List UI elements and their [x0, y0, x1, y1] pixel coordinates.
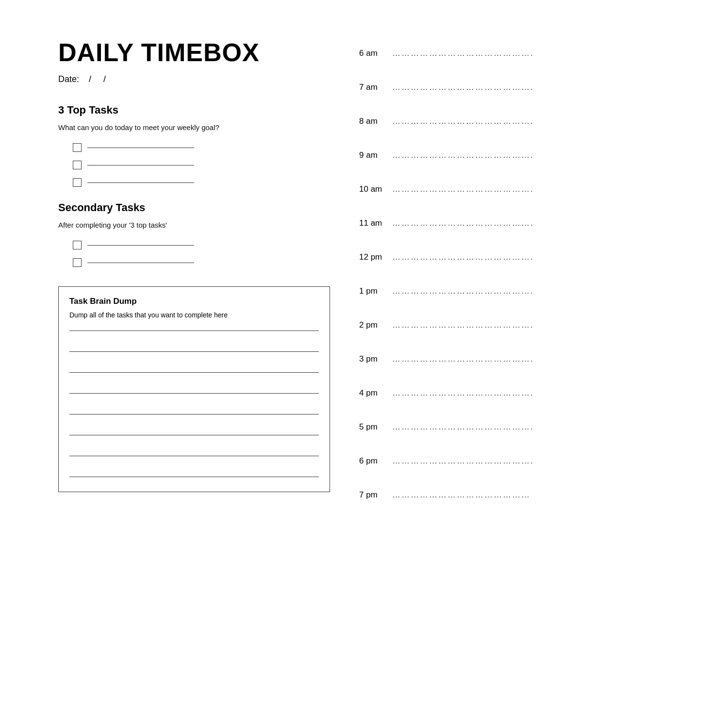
time-label-3: 9 am	[359, 150, 392, 160]
time-dots-2: ……………………………………….	[392, 116, 689, 126]
time-dots-5: ……………………………………….	[392, 218, 689, 228]
checkbox-2[interactable]	[73, 161, 82, 169]
time-dots-6: ……………………………………….	[392, 252, 689, 262]
time-label-13: 7 pm	[359, 490, 392, 500]
secondary-task-item-1	[73, 241, 330, 249]
time-label-1: 7 am	[359, 83, 392, 92]
time-dots-8: ……………………………………….	[392, 320, 689, 330]
time-slots-list: 6 am……………………………………….7 am……………………………………….…	[359, 49, 689, 524]
date-label: Date:	[58, 74, 79, 84]
time-label-8: 2 pm	[359, 320, 392, 330]
time-slot-12-pm: 12 pm……………………………………….	[359, 252, 689, 262]
time-slot-4-pm: 4 pm……………………………………….	[359, 388, 689, 398]
task-line-3	[87, 182, 194, 183]
right-column: 6 am……………………………………….7 am……………………………………….…	[359, 39, 689, 524]
top-task-item-1	[73, 143, 330, 152]
time-label-12: 6 pm	[359, 456, 392, 466]
time-label-9: 3 pm	[359, 354, 392, 364]
time-label-6: 12 pm	[359, 252, 392, 262]
checkbox-1[interactable]	[73, 143, 82, 152]
page-container: DAILY TIMEBOX Date: / / 3 Top Tasks What…	[58, 39, 689, 524]
time-slot-7-am: 7 am……………………………………….	[359, 83, 689, 92]
secondary-checkbox-1[interactable]	[73, 241, 82, 249]
secondary-task-line-2	[87, 263, 194, 263]
time-label-4: 10 am	[359, 184, 392, 194]
time-slot-6-pm: 6 pm……………………………………….	[359, 456, 689, 466]
time-dots-13: ………………………………………	[392, 490, 689, 500]
time-slot-6-am: 6 am……………………………………….	[359, 49, 689, 58]
time-dots-12: ……………………………………….	[392, 456, 689, 466]
time-label-2: 8 am	[359, 116, 392, 126]
time-dots-4: ……………………………………….	[392, 184, 689, 194]
top-task-item-2	[73, 161, 330, 169]
brain-dump-line-4	[69, 393, 319, 394]
top-tasks-subtitle: What can you do today to meet your weekl…	[58, 123, 330, 132]
brain-dump-title: Task Brain Dump	[69, 297, 319, 306]
secondary-tasks-subtitle: After completing your '3 top tasks'	[58, 221, 330, 229]
time-slot-1-pm: 1 pm……………………………………….	[359, 286, 689, 296]
time-slot-9-am: 9 am……………………………………….	[359, 150, 689, 160]
date-slash1: /	[89, 74, 91, 84]
secondary-tasks-section: Secondary Tasks After completing your '3…	[58, 201, 330, 267]
secondary-tasks-title: Secondary Tasks	[58, 201, 330, 214]
left-column: DAILY TIMEBOX Date: / / 3 Top Tasks What…	[58, 39, 330, 524]
task-line-2	[87, 165, 194, 165]
secondary-checkbox-2[interactable]	[73, 258, 82, 267]
top-task-item-3	[73, 178, 330, 187]
page-title: DAILY TIMEBOX	[58, 39, 330, 66]
time-label-10: 4 pm	[359, 388, 392, 398]
time-label-5: 11 am	[359, 218, 392, 228]
task-line-1	[87, 148, 194, 148]
secondary-tasks-list	[73, 241, 330, 267]
top-tasks-title: 3 Top Tasks	[58, 104, 330, 116]
date-line: Date: / /	[58, 74, 330, 84]
time-dots-7: ……………………………………….	[392, 286, 689, 296]
brain-dump-box: Task Brain Dump Dump all of the tasks th…	[58, 286, 330, 492]
time-label-11: 5 pm	[359, 422, 392, 432]
time-slot-10-am: 10 am……………………………………….	[359, 184, 689, 194]
time-slot-7-pm: 7 pm………………………………………	[359, 490, 689, 500]
secondary-task-line-1	[87, 245, 194, 246]
time-slot-5-pm: 5 pm……………………………………….	[359, 422, 689, 432]
brain-dump-line-2	[69, 351, 319, 352]
brain-dump-lines	[69, 331, 319, 477]
time-dots-1: ……………………………………….	[392, 83, 689, 92]
time-dots-3: ……………………………………….	[392, 150, 689, 160]
time-slot-8-am: 8 am……………………………………….	[359, 116, 689, 126]
time-label-7: 1 pm	[359, 286, 392, 296]
secondary-task-item-2	[73, 258, 330, 267]
time-label-0: 6 am	[359, 49, 392, 58]
time-slot-11-am: 11 am……………………………………….	[359, 218, 689, 228]
brain-dump-line-8	[69, 477, 319, 477]
time-dots-11: ……………………………………….	[392, 422, 689, 432]
time-dots-9: ……………………………………….	[392, 354, 689, 364]
time-slot-2-pm: 2 pm……………………………………….	[359, 320, 689, 330]
brain-dump-line-6	[69, 435, 319, 435]
time-dots-0: ……………………………………….	[392, 49, 689, 58]
date-slash2: /	[103, 74, 106, 84]
brain-dump-line-3	[69, 372, 319, 373]
brain-dump-line-7	[69, 456, 319, 456]
time-dots-10: ……………………………………….	[392, 388, 689, 398]
brain-dump-subtitle: Dump all of the tasks that you want to c…	[69, 311, 319, 319]
checkbox-3[interactable]	[73, 178, 82, 187]
top-tasks-list	[73, 143, 330, 187]
brain-dump-line-5	[69, 414, 319, 414]
brain-dump-line-1	[69, 331, 319, 331]
top-tasks-section: 3 Top Tasks What can you do today to mee…	[58, 104, 330, 187]
time-slot-3-pm: 3 pm……………………………………….	[359, 354, 689, 364]
